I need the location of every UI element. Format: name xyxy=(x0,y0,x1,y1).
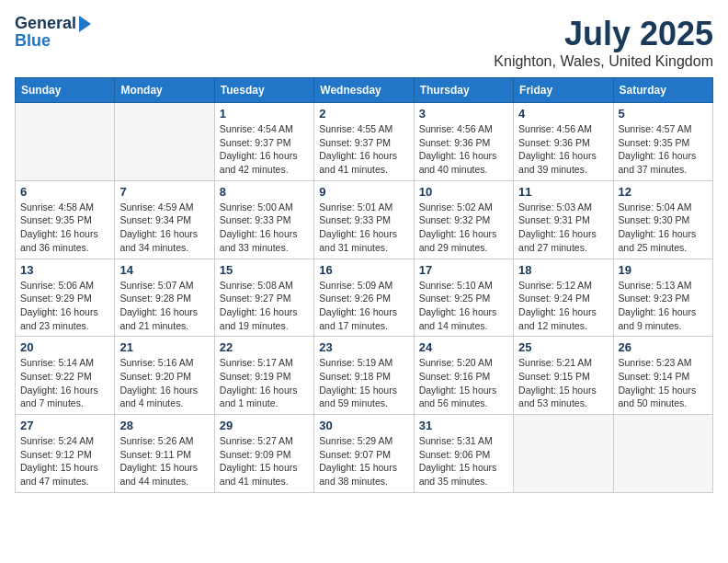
day-number: 31 xyxy=(419,419,508,432)
calendar-cell: 22Sunrise: 5:17 AM Sunset: 9:19 PM Dayli… xyxy=(214,337,313,415)
calendar-cell: 17Sunrise: 5:10 AM Sunset: 9:25 PM Dayli… xyxy=(414,259,513,337)
day-number: 9 xyxy=(319,185,408,199)
weekday-header-thursday: Thursday xyxy=(414,78,513,103)
day-number: 25 xyxy=(518,340,608,354)
calendar-cell: 21Sunrise: 5:16 AM Sunset: 9:20 PM Dayli… xyxy=(115,337,214,415)
day-info: Sunrise: 5:00 AM Sunset: 9:33 PM Dayligh… xyxy=(220,201,309,255)
calendar-cell xyxy=(514,415,613,493)
calendar-table: SundayMondayTuesdayWednesdayThursdayFrid… xyxy=(15,77,713,493)
calendar-cell: 18Sunrise: 5:12 AM Sunset: 9:24 PM Dayli… xyxy=(514,259,613,337)
day-info: Sunrise: 4:54 AM Sunset: 9:37 PM Dayligh… xyxy=(220,122,309,177)
calendar-cell: 28Sunrise: 5:26 AM Sunset: 9:11 PM Dayli… xyxy=(115,415,214,493)
day-number: 18 xyxy=(518,263,608,277)
calendar-cell: 4Sunrise: 4:56 AM Sunset: 9:36 PM Daylig… xyxy=(514,103,613,181)
day-number: 12 xyxy=(619,185,708,199)
day-info: Sunrise: 5:01 AM Sunset: 9:33 PM Dayligh… xyxy=(319,201,408,255)
calendar-cell: 16Sunrise: 5:09 AM Sunset: 9:26 PM Dayli… xyxy=(314,259,414,337)
calendar-cell: 7Sunrise: 4:59 AM Sunset: 9:34 PM Daylig… xyxy=(115,180,214,259)
day-info: Sunrise: 5:04 AM Sunset: 9:30 PM Dayligh… xyxy=(619,201,708,255)
calendar-cell: 25Sunrise: 5:21 AM Sunset: 9:15 PM Dayli… xyxy=(514,337,613,415)
day-number: 19 xyxy=(619,263,708,277)
weekday-header-row: SundayMondayTuesdayWednesdayThursdayFrid… xyxy=(16,78,713,103)
day-number: 28 xyxy=(119,419,209,432)
day-number: 1 xyxy=(220,107,309,121)
location-title: Knighton, Wales, United Kingdom xyxy=(494,53,713,70)
day-info: Sunrise: 5:20 AM Sunset: 9:16 PM Dayligh… xyxy=(419,356,508,410)
day-number: 5 xyxy=(619,107,708,121)
calendar-cell: 10Sunrise: 5:02 AM Sunset: 9:32 PM Dayli… xyxy=(414,180,513,259)
day-info: Sunrise: 5:24 AM Sunset: 9:12 PM Dayligh… xyxy=(20,434,109,488)
calendar-cell: 20Sunrise: 5:14 AM Sunset: 9:22 PM Dayli… xyxy=(16,337,115,415)
day-info: Sunrise: 5:03 AM Sunset: 9:31 PM Dayligh… xyxy=(518,201,608,255)
day-info: Sunrise: 5:13 AM Sunset: 9:23 PM Dayligh… xyxy=(619,279,708,333)
day-info: Sunrise: 5:31 AM Sunset: 9:06 PM Dayligh… xyxy=(419,434,508,488)
calendar-cell: 6Sunrise: 4:58 AM Sunset: 9:35 PM Daylig… xyxy=(16,180,115,259)
week-row-2: 6Sunrise: 4:58 AM Sunset: 9:35 PM Daylig… xyxy=(16,180,713,259)
calendar-cell: 5Sunrise: 4:57 AM Sunset: 9:35 PM Daylig… xyxy=(613,103,712,181)
calendar-cell: 31Sunrise: 5:31 AM Sunset: 9:06 PM Dayli… xyxy=(414,415,513,493)
day-info: Sunrise: 5:29 AM Sunset: 9:07 PM Dayligh… xyxy=(319,434,408,488)
day-info: Sunrise: 5:09 AM Sunset: 9:26 PM Dayligh… xyxy=(319,279,408,333)
day-number: 7 xyxy=(119,185,209,199)
calendar-cell xyxy=(115,103,214,181)
calendar-cell: 30Sunrise: 5:29 AM Sunset: 9:07 PM Dayli… xyxy=(314,415,414,493)
month-title: July 2025 xyxy=(494,15,713,53)
calendar-cell: 26Sunrise: 5:23 AM Sunset: 9:14 PM Dayli… xyxy=(613,337,712,415)
day-info: Sunrise: 5:08 AM Sunset: 9:27 PM Dayligh… xyxy=(220,279,309,333)
week-row-1: 1Sunrise: 4:54 AM Sunset: 9:37 PM Daylig… xyxy=(16,103,713,181)
weekday-header-friday: Friday xyxy=(514,78,613,103)
day-number: 8 xyxy=(220,185,309,199)
calendar-cell: 29Sunrise: 5:27 AM Sunset: 9:09 PM Dayli… xyxy=(214,415,313,493)
calendar-cell xyxy=(613,415,712,493)
day-number: 11 xyxy=(518,185,608,199)
day-info: Sunrise: 5:06 AM Sunset: 9:29 PM Dayligh… xyxy=(20,279,109,333)
weekday-header-wednesday: Wednesday xyxy=(314,78,414,103)
day-info: Sunrise: 4:58 AM Sunset: 9:35 PM Dayligh… xyxy=(20,201,109,255)
calendar-cell: 27Sunrise: 5:24 AM Sunset: 9:12 PM Dayli… xyxy=(16,415,115,493)
day-number: 16 xyxy=(319,263,408,277)
page-header: General Blue July 2025 Knighton, Wales, … xyxy=(15,15,713,70)
title-block: July 2025 Knighton, Wales, United Kingdo… xyxy=(494,15,713,70)
calendar-cell: 15Sunrise: 5:08 AM Sunset: 9:27 PM Dayli… xyxy=(214,259,313,337)
day-info: Sunrise: 4:56 AM Sunset: 9:36 PM Dayligh… xyxy=(419,122,508,177)
day-number: 20 xyxy=(20,340,109,354)
day-number: 24 xyxy=(419,340,508,354)
weekday-header-saturday: Saturday xyxy=(613,78,712,103)
day-info: Sunrise: 5:27 AM Sunset: 9:09 PM Dayligh… xyxy=(220,434,309,488)
day-number: 22 xyxy=(220,340,309,354)
calendar-cell: 1Sunrise: 4:54 AM Sunset: 9:37 PM Daylig… xyxy=(214,103,313,181)
day-info: Sunrise: 5:14 AM Sunset: 9:22 PM Dayligh… xyxy=(20,356,109,410)
day-number: 15 xyxy=(220,263,309,277)
day-number: 21 xyxy=(119,340,209,354)
day-info: Sunrise: 5:12 AM Sunset: 9:24 PM Dayligh… xyxy=(518,279,608,333)
day-number: 6 xyxy=(20,185,109,199)
calendar-cell xyxy=(16,103,115,181)
day-info: Sunrise: 5:21 AM Sunset: 9:15 PM Dayligh… xyxy=(518,356,608,410)
calendar-cell: 12Sunrise: 5:04 AM Sunset: 9:30 PM Dayli… xyxy=(613,180,712,259)
day-number: 4 xyxy=(518,107,608,121)
day-number: 27 xyxy=(20,419,109,432)
day-number: 29 xyxy=(220,419,309,432)
day-info: Sunrise: 4:55 AM Sunset: 9:37 PM Dayligh… xyxy=(319,122,408,177)
week-row-4: 20Sunrise: 5:14 AM Sunset: 9:22 PM Dayli… xyxy=(16,337,713,415)
logo-arrow-icon xyxy=(79,16,91,32)
day-number: 30 xyxy=(319,419,408,432)
calendar-cell: 23Sunrise: 5:19 AM Sunset: 9:18 PM Dayli… xyxy=(314,337,414,415)
day-number: 13 xyxy=(20,263,109,277)
day-info: Sunrise: 4:59 AM Sunset: 9:34 PM Dayligh… xyxy=(119,201,209,255)
day-number: 2 xyxy=(319,107,408,121)
day-info: Sunrise: 5:26 AM Sunset: 9:11 PM Dayligh… xyxy=(119,434,209,488)
day-number: 23 xyxy=(319,340,408,354)
logo-text-general: General xyxy=(15,15,76,33)
day-info: Sunrise: 4:57 AM Sunset: 9:35 PM Dayligh… xyxy=(619,122,708,177)
week-row-5: 27Sunrise: 5:24 AM Sunset: 9:12 PM Dayli… xyxy=(16,415,713,493)
weekday-header-sunday: Sunday xyxy=(16,78,115,103)
day-number: 17 xyxy=(419,263,508,277)
calendar-cell: 11Sunrise: 5:03 AM Sunset: 9:31 PM Dayli… xyxy=(514,180,613,259)
day-info: Sunrise: 5:10 AM Sunset: 9:25 PM Dayligh… xyxy=(419,279,508,333)
weekday-header-monday: Monday xyxy=(115,78,214,103)
day-info: Sunrise: 5:17 AM Sunset: 9:19 PM Dayligh… xyxy=(220,356,309,410)
logo-text-blue: Blue xyxy=(15,31,91,51)
day-info: Sunrise: 4:56 AM Sunset: 9:36 PM Dayligh… xyxy=(518,122,608,177)
day-info: Sunrise: 5:16 AM Sunset: 9:20 PM Dayligh… xyxy=(119,356,209,410)
